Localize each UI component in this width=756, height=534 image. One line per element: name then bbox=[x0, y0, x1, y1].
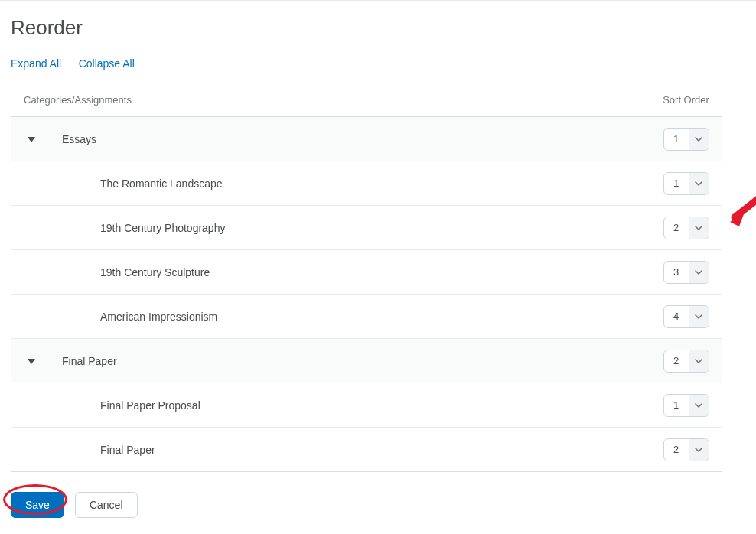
category-row: Final Paper2 bbox=[11, 339, 722, 383]
expand-collapse-row: Expand All Collapse All bbox=[11, 57, 745, 70]
sort-order-select[interactable]: 2 bbox=[663, 350, 709, 373]
sort-order-select[interactable]: 2 bbox=[663, 217, 709, 239]
collapse-caret-icon[interactable] bbox=[27, 135, 36, 143]
sort-order-select[interactable]: 1 bbox=[663, 172, 709, 195]
collapse-caret-icon[interactable] bbox=[27, 357, 36, 365]
assignment-row: The Romantic Landscape1 bbox=[11, 161, 722, 206]
collapse-all-link[interactable]: Collapse All bbox=[79, 57, 135, 70]
assignment-label: Final Paper Proposal bbox=[100, 399, 200, 412]
chevron-down-icon bbox=[689, 129, 709, 150]
assignment-row: 19th Century Photography2 bbox=[11, 206, 722, 250]
cancel-button[interactable]: Cancel bbox=[75, 492, 138, 518]
sort-order-value: 4 bbox=[664, 306, 689, 327]
sort-order-select[interactable]: 1 bbox=[663, 128, 709, 151]
sort-order-select[interactable]: 2 bbox=[663, 438, 709, 461]
sort-order-value: 1 bbox=[664, 395, 689, 416]
annotation-arrow bbox=[728, 191, 756, 231]
assignment-label: 19th Century Sculpture bbox=[100, 266, 210, 278]
page-title: Reorder bbox=[11, 16, 745, 40]
sort-order-value: 2 bbox=[664, 439, 689, 461]
assignment-label: American Impressionism bbox=[100, 311, 217, 323]
sort-order-value: 1 bbox=[664, 173, 689, 194]
chevron-down-icon bbox=[689, 395, 709, 416]
sort-order-select[interactable]: 1 bbox=[663, 394, 709, 417]
chevron-down-icon bbox=[689, 217, 709, 239]
col-header-categories: Categories/Assignments bbox=[11, 83, 650, 117]
assignment-label: Final Paper bbox=[100, 444, 155, 456]
sort-order-value: 1 bbox=[664, 129, 689, 150]
chevron-down-icon bbox=[689, 262, 709, 283]
chevron-down-icon bbox=[689, 439, 709, 461]
action-bar: Save Cancel bbox=[11, 492, 745, 518]
assignment-row: Final Paper2 bbox=[11, 428, 722, 472]
sort-order-select[interactable]: 3 bbox=[663, 261, 709, 284]
chevron-down-icon bbox=[689, 173, 709, 194]
assignment-label: The Romantic Landscape bbox=[100, 177, 223, 190]
assignment-row: 19th Century Sculpture3 bbox=[11, 250, 722, 295]
assignment-row: Final Paper Proposal1 bbox=[11, 383, 722, 428]
sort-order-select[interactable]: 4 bbox=[663, 305, 709, 328]
expand-all-link[interactable]: Expand All bbox=[11, 57, 61, 70]
assignment-label: 19th Century Photography bbox=[100, 222, 225, 234]
sort-order-value: 2 bbox=[664, 350, 689, 372]
reorder-table: Categories/Assignments Sort Order Essays… bbox=[11, 83, 722, 472]
assignment-row: American Impressionism4 bbox=[11, 295, 722, 339]
category-label: Essays bbox=[62, 133, 96, 145]
category-row: Essays1 bbox=[11, 117, 722, 161]
category-label: Final Paper bbox=[62, 355, 117, 367]
sort-order-value: 2 bbox=[664, 217, 689, 239]
chevron-down-icon bbox=[689, 350, 709, 372]
chevron-down-icon bbox=[689, 306, 709, 327]
sort-order-value: 3 bbox=[664, 262, 689, 283]
save-button[interactable]: Save bbox=[11, 492, 64, 518]
col-header-sort: Sort Order bbox=[650, 83, 722, 117]
